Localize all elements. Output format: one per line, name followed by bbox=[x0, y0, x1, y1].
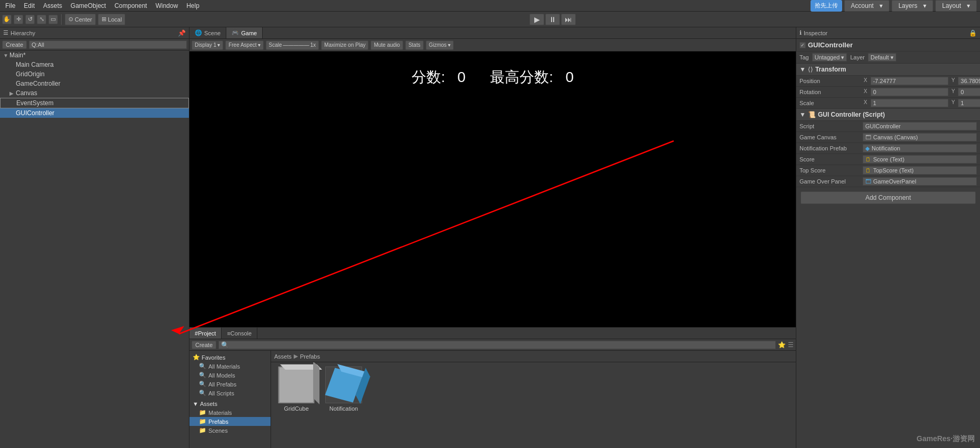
position-y-field[interactable] bbox=[958, 77, 980, 85]
rotation-row: Rotation X Y Z bbox=[796, 87, 980, 98]
scale-tool-icon[interactable]: ⤡ bbox=[37, 15, 46, 24]
component-name: GUIController bbox=[808, 41, 853, 49]
gizmos-button[interactable]: Gizmos ▾ bbox=[426, 40, 454, 50]
sidebar-scenes[interactable]: 📁 Scenes bbox=[189, 426, 271, 435]
scale-x-field[interactable] bbox=[871, 99, 948, 107]
menu-gameobject[interactable]: GameObject bbox=[68, 1, 108, 11]
hierarchy-item-label: Main Camera bbox=[16, 61, 54, 68]
playback-controls: ▶ ⏸ ⏭ bbox=[529, 14, 576, 25]
pivot-button[interactable]: ⊙ Center bbox=[65, 14, 96, 25]
move-tool-icon[interactable]: ✛ bbox=[14, 15, 23, 24]
layers-button[interactable]: Layers ▾ bbox=[892, 0, 933, 12]
sidebar-materials[interactable]: 📁 Materials bbox=[189, 408, 271, 417]
search-icon: 🔍 bbox=[221, 341, 229, 349]
upload-button[interactable]: 抢先上传 bbox=[811, 0, 842, 12]
menu-help[interactable]: Help bbox=[184, 1, 202, 11]
score-icon: 🗒 bbox=[865, 156, 871, 162]
sidebar-all-models[interactable]: 🔍 All Models bbox=[189, 371, 271, 380]
space-button[interactable]: ⊞ Local bbox=[98, 14, 125, 25]
layout-button[interactable]: Layout ▾ bbox=[935, 0, 977, 12]
bottom-area: # Project ≡ Console Create 🔍 ⭐ ☰ bbox=[189, 327, 796, 448]
sidebar-all-materials[interactable]: 🔍 All Materials bbox=[189, 362, 271, 371]
position-x-field[interactable] bbox=[871, 77, 948, 85]
hierarchy-item-guicontroller[interactable]: GUIController bbox=[0, 108, 189, 118]
step-button[interactable]: ⏭ bbox=[561, 14, 576, 25]
hierarchy-pin-icon[interactable]: 📌 bbox=[178, 29, 186, 37]
inspector-header: ℹ Inspector 🔒 bbox=[796, 27, 980, 39]
menu-window[interactable]: Window bbox=[153, 1, 180, 11]
hierarchy-item-main[interactable]: ▼ Main* bbox=[0, 50, 189, 60]
display-selector[interactable]: Display 1 ▾ bbox=[192, 40, 223, 50]
hierarchy-item-gridorigin[interactable]: GridOrigin bbox=[0, 69, 189, 79]
position-label: Position bbox=[799, 78, 863, 84]
rotate-tool-icon[interactable]: ↺ bbox=[25, 15, 35, 24]
tab-project[interactable]: # Project bbox=[189, 328, 222, 339]
scale-y-field[interactable] bbox=[958, 99, 980, 107]
sidebar-all-prefabs[interactable]: 🔍 All Prefabs bbox=[189, 380, 271, 389]
tab-scene[interactable]: 🌐 Scene bbox=[189, 27, 226, 38]
inspector-lock-icon[interactable]: 🔒 bbox=[969, 29, 977, 37]
canvas-icon: 🗔 bbox=[865, 134, 871, 140]
menu-component[interactable]: Component bbox=[112, 1, 149, 11]
rect-tool-icon[interactable]: ▭ bbox=[48, 15, 58, 24]
breadcrumb: Assets ▶ Prefabs bbox=[271, 351, 796, 362]
aspect-selector[interactable]: Free Aspect ▾ bbox=[225, 40, 263, 50]
hierarchy-header: ☰ Hierarchy 📌 bbox=[0, 27, 189, 39]
mute-audio[interactable]: Mute audio bbox=[371, 40, 403, 50]
account-button[interactable]: Account ▾ bbox=[844, 0, 889, 12]
assets-arrow-icon: ▼ bbox=[193, 401, 198, 407]
active-checkbox[interactable]: ✓ bbox=[799, 42, 806, 48]
scale-control[interactable]: Scale ————— 1x bbox=[266, 40, 319, 50]
tag-dropdown[interactable]: Untagged ▾ bbox=[812, 53, 847, 62]
notification-prefab-field[interactable]: ◆ Notification bbox=[863, 144, 977, 152]
rx-label: X bbox=[863, 88, 868, 96]
gridcube-label: GridCube bbox=[284, 405, 308, 412]
hierarchy-search-input[interactable] bbox=[29, 40, 187, 49]
maximize-on-play[interactable]: Maximize on Play bbox=[321, 40, 368, 50]
script-title: GUI Controller (Script) bbox=[818, 111, 885, 118]
pause-button[interactable]: ⏸ bbox=[545, 14, 560, 25]
sidebar-all-scripts[interactable]: 🔍 All Scripts bbox=[189, 389, 271, 398]
menu-file[interactable]: File bbox=[3, 1, 17, 11]
project-create-button[interactable]: Create bbox=[192, 341, 216, 349]
sidebar-prefabs[interactable]: 📁 Prefabs bbox=[189, 417, 271, 426]
game-over-panel-label: Game Over Panel bbox=[799, 178, 863, 185]
hand-tool-icon[interactable]: ✋ bbox=[2, 15, 12, 24]
asset-gridcube[interactable]: GridCube bbox=[275, 366, 317, 412]
play-button[interactable]: ▶ bbox=[529, 14, 544, 25]
add-component-button[interactable]: Add Component bbox=[801, 191, 976, 204]
menu-assets[interactable]: Assets bbox=[41, 1, 64, 11]
filter-icon[interactable]: ☰ bbox=[788, 341, 794, 349]
script-value-field[interactable]: GUIController bbox=[863, 122, 977, 130]
ry-label: Y bbox=[951, 88, 956, 96]
notif-icon: ◆ bbox=[865, 145, 869, 152]
account-chevron-icon: ▾ bbox=[877, 1, 885, 11]
layer-label: Layer bbox=[850, 54, 865, 60]
game-canvas-field[interactable]: 🗔 Canvas (Canvas) bbox=[863, 133, 977, 141]
layer-dropdown[interactable]: Default ▾ bbox=[868, 53, 896, 62]
position-row: Position X Y Z bbox=[796, 76, 980, 87]
stats-button[interactable]: Stats bbox=[405, 40, 424, 50]
rotation-x-field[interactable] bbox=[871, 88, 948, 96]
game-over-panel-field[interactable]: 🗔 GameOverPanel bbox=[863, 177, 977, 186]
tab-console[interactable]: ≡ Console bbox=[222, 328, 257, 339]
hierarchy-item-main-camera[interactable]: Main Camera bbox=[0, 60, 189, 69]
hierarchy-item-gamecontroller[interactable]: GameController bbox=[0, 79, 189, 88]
tab-game[interactable]: 🎮 Game bbox=[226, 27, 263, 38]
hierarchy-create-button[interactable]: Create bbox=[2, 40, 27, 49]
top-score-field[interactable]: 🗒 TopScore (Text) bbox=[863, 166, 977, 175]
score-field[interactable]: 🗒 Score (Text) bbox=[863, 155, 977, 164]
asset-notification[interactable]: Notification bbox=[323, 366, 365, 412]
pivot-icon: ⊙ bbox=[68, 16, 73, 23]
project-search[interactable]: 🔍 bbox=[218, 341, 776, 349]
menu-edit[interactable]: Edit bbox=[22, 1, 37, 11]
rotation-y-field[interactable] bbox=[958, 88, 980, 96]
score-row: Score 🗒 Score (Text) bbox=[796, 154, 980, 165]
hierarchy-item-eventsystem[interactable]: EventSystem bbox=[0, 98, 189, 108]
transform-section-header[interactable]: ▼ ⟨⟩ Transform bbox=[796, 64, 980, 76]
component-name-bar: ✓ GUIController bbox=[796, 39, 980, 52]
hierarchy-item-canvas[interactable]: ▶ Canvas bbox=[0, 88, 189, 98]
favorites-icon[interactable]: ⭐ bbox=[778, 341, 786, 349]
layer-chevron-icon: ▾ bbox=[891, 54, 894, 61]
script-section-header[interactable]: ▼ 📜 GUI Controller (Script) bbox=[796, 109, 980, 121]
